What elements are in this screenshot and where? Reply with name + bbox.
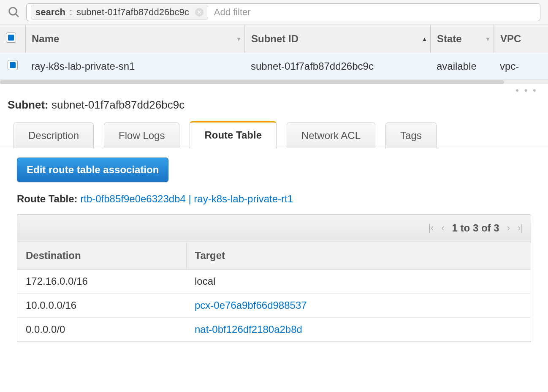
routes-col-target[interactable]: Target (186, 242, 531, 270)
page-first-icon[interactable]: |‹ (428, 223, 434, 234)
tab-flow-logs[interactable]: Flow Logs (104, 122, 179, 148)
search-tag-key: search (35, 7, 65, 18)
search-filter-tag[interactable]: search : subnet-01f7afb87dd26bc9c ✕ (31, 5, 208, 20)
column-header-subnet-id-label: Subnet ID (251, 33, 298, 44)
detail-label: Subnet: (8, 98, 49, 111)
routes-pagination-toolbar: |‹ ‹ 1 to 3 of 3 › ›| (17, 215, 531, 242)
add-filter-wrap (214, 7, 320, 18)
sort-indicator-icon[interactable]: ▾ (486, 35, 489, 42)
route-row: 172.16.0.0/16local (17, 270, 531, 294)
detail-subnet-id: subnet-01f7afb87dd26bc9c (52, 98, 184, 111)
search-input-box[interactable]: search : subnet-01f7afb87dd26bc9c ✕ (26, 3, 540, 21)
search-icon (8, 6, 20, 19)
column-header-vpc-label: VPC (500, 33, 521, 44)
route-destination: 172.16.0.0/16 (17, 270, 186, 294)
page-prev-icon[interactable]: ‹ (441, 223, 444, 234)
sort-indicator-icon[interactable]: ▾ (237, 35, 240, 42)
column-header-subnet-id[interactable]: Subnet ID ▴ (245, 25, 431, 53)
column-header-state[interactable]: State ▾ (431, 25, 494, 53)
page-next-icon[interactable]: › (507, 223, 510, 234)
route-target: local (186, 270, 531, 294)
page-last-icon[interactable]: ›| (518, 223, 523, 234)
column-header-state-label: State (437, 33, 462, 44)
route-row: 0.0.0.0/0nat-0bf126df2180a2b8d (17, 318, 531, 342)
routes-box: |‹ ‹ 1 to 3 of 3 › ›| Destination Target… (17, 214, 531, 342)
search-bar: search : subnet-01f7afb87dd26bc9c ✕ (0, 0, 548, 25)
tab-description[interactable]: Description (14, 122, 94, 148)
cell-name: ray-k8s-lab-private-sn1 (25, 53, 245, 80)
pane-resize-handle-icon[interactable]: ● ● ● (0, 84, 548, 93)
cell-state: available (431, 53, 494, 80)
pagination-text: 1 to 3 of 3 (452, 222, 499, 234)
detail-heading: Subnet: subnet-01f7afb87dd26bc9c (0, 93, 548, 121)
route-target[interactable]: pcx-0e76a9bf66d988537 (186, 294, 531, 318)
route-table-label: Route Table: (17, 193, 78, 204)
svg-line-1 (16, 14, 18, 16)
route-table-panel: Edit route table association Route Table… (0, 148, 548, 351)
route-destination: 10.0.0.0/16 (17, 294, 186, 318)
column-header-name[interactable]: Name ▾ (25, 25, 245, 53)
tab-tags[interactable]: Tags (385, 122, 437, 148)
subnets-table: Name ▾ Subnet ID ▴ State ▾ VPC ray-k8s-l… (0, 25, 548, 80)
search-tag-colon: : (69, 7, 73, 18)
cell-subnet-id: subnet-01f7afb87dd26bc9c (245, 53, 431, 80)
sort-ascending-icon[interactable]: ▴ (423, 35, 426, 42)
routes-col-destination[interactable]: Destination (17, 242, 186, 270)
select-all-checkbox[interactable] (6, 33, 16, 43)
scrollbar-thumb[interactable] (0, 80, 504, 84)
column-header-vpc[interactable]: VPC (494, 25, 548, 53)
search-tag-value: subnet-01f7afb87dd26bc9c (76, 7, 189, 18)
route-row: 10.0.0.0/16pcx-0e76a9bf66d988537 (17, 294, 531, 318)
clear-tag-icon[interactable]: ✕ (195, 8, 203, 16)
cell-vpc-link[interactable]: vpc- (494, 53, 548, 80)
route-destination: 0.0.0.0/0 (17, 318, 186, 342)
table-row[interactable]: ray-k8s-lab-private-sn1 subnet-01f7afb87… (0, 53, 548, 80)
horizontal-scrollbar[interactable] (0, 80, 548, 84)
select-all-header[interactable] (0, 25, 25, 53)
column-header-name-label: Name (32, 33, 59, 44)
route-table-link[interactable]: rtb-0fb85f9e0e6323db4 | ray-k8s-lab-priv… (80, 193, 293, 204)
detail-tabs: Description Flow Logs Route Table Networ… (0, 121, 548, 148)
tab-network-acl[interactable]: Network ACL (287, 122, 375, 148)
row-checkbox[interactable] (8, 60, 18, 70)
route-target[interactable]: nat-0bf126df2180a2b8d (186, 318, 531, 342)
route-table-label-line: Route Table: rtb-0fb85f9e0e6323db4 | ray… (17, 193, 531, 205)
routes-table: Destination Target 172.16.0.0/16local10.… (17, 242, 531, 342)
tab-route-table[interactable]: Route Table (190, 121, 277, 148)
add-filter-input[interactable] (214, 7, 320, 18)
edit-route-table-association-button[interactable]: Edit route table association (17, 158, 168, 182)
